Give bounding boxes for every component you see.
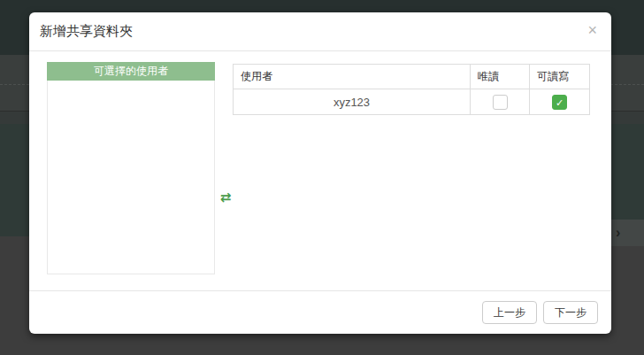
- add-shared-folder-dialog: 新增共享資料夾 × 可選擇的使用者 ⇄ 使用者 唯讀 可讀寫 xyz123: [29, 12, 611, 334]
- check-icon: ✓: [556, 97, 564, 108]
- table-header-row: 使用者 唯讀 可讀寫: [234, 65, 590, 89]
- dialog-header: 新增共享資料夾 ×: [29, 12, 611, 51]
- readonly-checkbox[interactable]: [493, 95, 508, 110]
- available-users-listbox[interactable]: [47, 81, 215, 274]
- close-icon[interactable]: ×: [587, 22, 597, 38]
- transfer-arrows-icon: ⇄: [217, 190, 234, 204]
- permissions-table: 使用者 唯讀 可讀寫 xyz123 ✓: [233, 64, 590, 115]
- readwrite-cell: ✓: [530, 89, 590, 115]
- dialog-body: 可選擇的使用者 ⇄ 使用者 唯讀 可讀寫 xyz123: [29, 51, 611, 289]
- column-header-user: 使用者: [234, 65, 471, 89]
- next-step-button[interactable]: 下一步: [543, 301, 598, 324]
- table-row: xyz123 ✓: [234, 89, 590, 115]
- available-users-header: 可選擇的使用者: [47, 62, 215, 81]
- dialog-title: 新增共享資料夾: [40, 12, 133, 50]
- column-header-readonly: 唯讀: [471, 65, 530, 89]
- column-header-readwrite: 可讀寫: [530, 65, 590, 89]
- prev-step-button[interactable]: 上一步: [482, 301, 537, 324]
- available-users-panel: 可選擇的使用者: [47, 62, 215, 274]
- dialog-footer: 上一步 下一步: [29, 290, 611, 334]
- user-name-cell: xyz123: [234, 89, 471, 115]
- readwrite-checkbox[interactable]: ✓: [552, 95, 567, 110]
- readonly-cell: [471, 89, 530, 115]
